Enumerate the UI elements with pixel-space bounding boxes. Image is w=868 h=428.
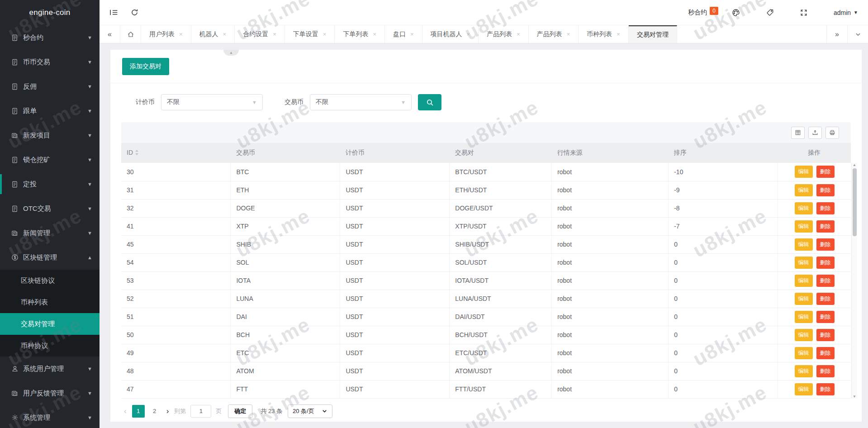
edit-button[interactable]: 编辑 <box>795 329 813 341</box>
news-icon <box>11 229 19 237</box>
sidebar-item-10[interactable]: 系统用户管理▼ <box>0 357 100 381</box>
close-icon[interactable]: × <box>223 31 227 37</box>
sidebar-subitem-9-0[interactable]: 区块链协议 <box>0 270 100 291</box>
column-header-label: 排序 <box>674 149 687 156</box>
columns-grid-icon[interactable] <box>791 127 805 139</box>
sidebar-item-6[interactable]: 定投▼ <box>0 172 100 196</box>
delete-button[interactable]: 删除 <box>816 275 835 287</box>
tab-7[interactable]: 产品列表× <box>479 25 529 43</box>
export-icon[interactable] <box>808 127 822 139</box>
close-icon[interactable]: × <box>467 31 470 37</box>
tabs-scroll-right-icon[interactable]: » <box>826 25 847 43</box>
scroll-up-icon[interactable]: ▲ <box>853 163 856 167</box>
add-trading-pair-button[interactable]: 添加交易对 <box>122 58 169 75</box>
edit-button[interactable]: 编辑 <box>795 238 813 251</box>
close-icon[interactable]: × <box>273 31 276 37</box>
edit-button[interactable]: 编辑 <box>795 365 813 377</box>
sidebar-subitem-9-3[interactable]: 币种协议 <box>0 335 100 357</box>
collapse-handle[interactable]: ▲ <box>223 50 239 56</box>
fullscreen-icon[interactable] <box>800 9 807 16</box>
edit-button[interactable]: 编辑 <box>795 166 813 178</box>
theme-palette-icon[interactable] <box>732 9 740 17</box>
delete-button[interactable]: 删除 <box>816 238 835 251</box>
close-icon[interactable]: × <box>179 31 183 37</box>
tab-4[interactable]: 下单列表× <box>335 25 385 43</box>
tabs-scroll-left-icon[interactable]: « <box>100 25 120 43</box>
scroll-down-icon[interactable]: ▼ <box>853 395 856 399</box>
home-tab-icon[interactable] <box>120 25 141 43</box>
sidebar-subitem-9-1[interactable]: 币种列表 <box>0 291 100 313</box>
sidebar-item-4[interactable]: 新发项目▼ <box>0 123 100 147</box>
delete-button[interactable]: 删除 <box>816 293 835 305</box>
refresh-icon[interactable] <box>131 9 138 16</box>
delete-button[interactable]: 删除 <box>816 311 835 323</box>
edit-button[interactable]: 编辑 <box>795 184 813 196</box>
edit-button[interactable]: 编辑 <box>795 347 813 359</box>
close-icon[interactable]: × <box>323 31 327 37</box>
page-number-1[interactable]: 1 <box>132 405 145 418</box>
edit-button[interactable]: 编辑 <box>795 383 813 395</box>
next-page-icon[interactable]: › <box>165 407 171 416</box>
sidebar-item-11[interactable]: 用户反馈管理▼ <box>0 381 100 405</box>
tabs-menu-icon[interactable] <box>847 25 868 43</box>
tab-1[interactable]: 机器人× <box>191 25 235 43</box>
tab-6[interactable]: 项目机器人× <box>422 25 479 43</box>
cell-quote: USDT <box>340 271 450 290</box>
edit-button[interactable]: 编辑 <box>795 257 813 269</box>
edit-button[interactable]: 编辑 <box>795 275 813 287</box>
quote-currency-select[interactable]: 不限 ▼ <box>161 94 263 110</box>
confirm-button[interactable]: 确定 <box>228 404 252 418</box>
sidebar-item-0[interactable]: 秒合约▼ <box>0 25 100 50</box>
sidebar-item-2[interactable]: 反佣▼ <box>0 74 100 99</box>
sidebar-item-5[interactable]: 锁仓挖矿▼ <box>0 147 100 172</box>
close-icon[interactable]: × <box>517 31 520 37</box>
delete-button[interactable]: 删除 <box>816 166 835 178</box>
sort-icon[interactable] <box>135 149 139 157</box>
prev-page-icon[interactable]: ‹ <box>122 407 128 416</box>
edit-button[interactable]: 编辑 <box>795 293 813 305</box>
tag-icon[interactable] <box>766 9 774 16</box>
close-icon[interactable]: × <box>373 31 376 37</box>
tab-9[interactable]: 币种列表× <box>579 25 629 43</box>
cell-source: robot <box>552 199 669 217</box>
table-scrollbar[interactable]: ▲ ▼ <box>851 163 857 399</box>
sidebar-item-1[interactable]: 币币交易▼ <box>0 50 100 74</box>
sidebar-item-7[interactable]: OTC交易▼ <box>0 196 100 221</box>
goto-page-input[interactable] <box>190 405 211 418</box>
edit-button[interactable]: 编辑 <box>795 202 813 214</box>
tab-0[interactable]: 用户列表× <box>141 25 191 43</box>
delete-button[interactable]: 删除 <box>816 347 835 359</box>
delete-button[interactable]: 删除 <box>816 202 835 214</box>
tab-8[interactable]: 产品列表× <box>529 25 579 43</box>
base-currency-select[interactable]: 不限 ▼ <box>310 94 412 110</box>
seconds-contract-badge[interactable]: 秒合约 0 <box>688 9 718 17</box>
tab-2[interactable]: 合约设置× <box>235 25 285 43</box>
cell-base: SOL <box>231 253 340 271</box>
edit-button[interactable]: 编辑 <box>795 220 813 233</box>
collapse-sidebar-icon[interactable] <box>109 9 118 16</box>
close-icon[interactable]: × <box>567 31 570 37</box>
sidebar-item-3[interactable]: 跟单▼ <box>0 99 100 123</box>
user-menu[interactable]: admin ▼ <box>834 9 858 16</box>
close-icon[interactable]: × <box>617 31 620 37</box>
tab-10[interactable]: 交易对管理 <box>629 25 677 43</box>
edit-button[interactable]: 编辑 <box>795 311 813 323</box>
print-icon[interactable] <box>825 127 839 139</box>
delete-button[interactable]: 删除 <box>816 257 835 269</box>
page-number-2[interactable]: 2 <box>148 405 161 418</box>
sidebar-item-9[interactable]: 区块链管理▲ <box>0 245 100 270</box>
page-size-select[interactable]: 20 条/页 <box>288 404 332 418</box>
delete-button[interactable]: 删除 <box>816 365 835 377</box>
sidebar-item-12[interactable]: 系统管理▼ <box>0 405 100 428</box>
tab-5[interactable]: 盘口× <box>385 25 422 43</box>
delete-button[interactable]: 删除 <box>816 220 835 233</box>
sidebar-subitem-9-2[interactable]: 交易对管理 <box>0 313 100 335</box>
delete-button[interactable]: 删除 <box>816 383 835 395</box>
scrollbar-thumb[interactable] <box>853 168 857 236</box>
sidebar-item-8[interactable]: 新闻管理▼ <box>0 221 100 245</box>
close-icon[interactable]: × <box>410 31 414 37</box>
search-button[interactable] <box>418 94 441 110</box>
delete-button[interactable]: 删除 <box>816 184 835 196</box>
delete-button[interactable]: 删除 <box>816 329 835 341</box>
tab-3[interactable]: 下单设置× <box>285 25 335 43</box>
